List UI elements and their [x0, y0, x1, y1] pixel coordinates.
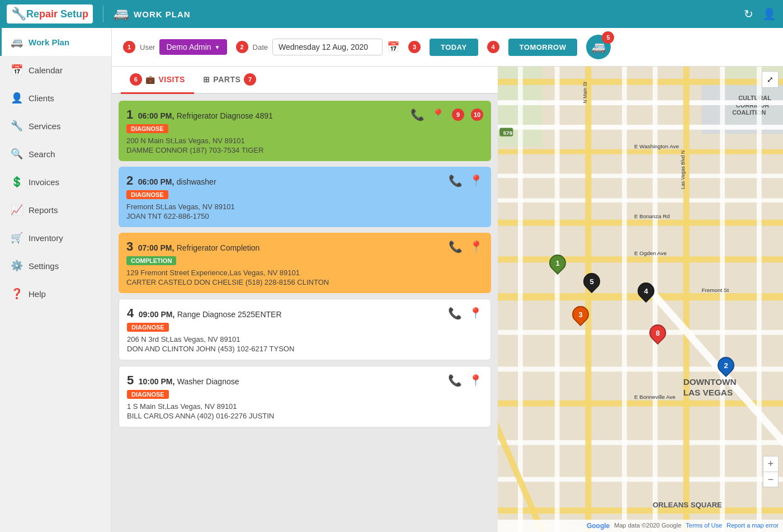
date-input[interactable] — [272, 39, 383, 55]
visit-5-phone-icon[interactable]: 📞 — [448, 374, 462, 387]
parts-tab-label: PARTS — [213, 75, 240, 84]
visit-3-location-icon[interactable]: 📍 — [469, 240, 483, 253]
parts-icon: ⊞ — [203, 75, 210, 84]
visit-1-address: 200 N Main St,Las Vegas, NV 89101 — [126, 136, 483, 145]
visit-2-number: 2 — [126, 173, 133, 187]
visit-2-location-icon[interactable]: 📍 — [469, 174, 483, 187]
map-expand-button[interactable]: ⤢ — [762, 71, 779, 88]
visit-2-title: 2 06:00 PM, dishwasher — [126, 173, 216, 188]
sidebar: 🚐 Work Plan 📅 Calendar 👤 Clients 🔧 Servi… — [0, 28, 112, 532]
visit-5-service: Washer Diagnose — [177, 377, 239, 386]
user-select-button[interactable]: Demo Admin ▼ — [159, 39, 227, 55]
truck-btn-group: 🚐 5 — [586, 35, 611, 59]
header-page-title: 🚐 WORK PLAN — [114, 7, 191, 21]
svg-rect-14 — [498, 220, 783, 226]
map-terms-link[interactable]: Terms of Use — [686, 522, 722, 530]
calendar-picker-icon[interactable]: 📅 — [387, 41, 399, 53]
svg-text:E Bonneville Ave: E Bonneville Ave — [634, 394, 676, 400]
visit-2-service: dishwasher — [177, 177, 216, 186]
sidebar-item-reports[interactable]: 📈 Reports — [0, 196, 111, 224]
badge-2: 2 — [236, 41, 248, 53]
zoom-in-button[interactable]: + — [763, 456, 779, 472]
refresh-icon[interactable]: ↻ — [744, 7, 753, 21]
google-logo: Google — [587, 522, 610, 530]
visit-card-4[interactable]: 4 09:00 PM, Range Diagnose 2525ENTER 📞 📍… — [119, 299, 491, 360]
inventory-icon: 🛒 — [11, 232, 23, 244]
sidebar-item-inventory[interactable]: 🛒 Inventory — [0, 224, 111, 252]
visit-3-time: 07:00 PM, — [138, 243, 174, 252]
search-icon: 🔍 — [11, 148, 23, 160]
visit-2-icons: 📞 📍 — [449, 174, 483, 187]
visit-5-address: 1 S Main St,Las Vegas, NV 89101 — [127, 402, 483, 411]
visit-card-3[interactable]: 3 07:00 PM, Refrigerator Completion 📞 📍 … — [119, 233, 491, 293]
badge-1: 1 — [123, 41, 135, 53]
visit-card-1[interactable]: 1 06:00 PM, Refrigerator Diagnose 4891 📞… — [119, 101, 491, 161]
sidebar-label-services: Services — [29, 121, 61, 131]
visit-4-location-icon[interactable]: 📍 — [469, 307, 483, 320]
visit-2-header: 2 06:00 PM, dishwasher 📞 📍 — [126, 173, 483, 188]
svg-rect-25 — [518, 67, 523, 532]
tab-parts[interactable]: ⊞ PARTS 7 — [194, 67, 265, 94]
sidebar-item-work-plan[interactable]: 🚐 Work Plan — [0, 28, 111, 56]
zoom-out-button[interactable]: − — [763, 472, 779, 487]
svg-rect-11 — [498, 149, 783, 154]
visit-2-diagnose-tag: DIAGNOSE — [126, 190, 168, 199]
sidebar-item-settings[interactable]: ⚙️ Settings — [0, 252, 111, 280]
clients-icon: 👤 — [11, 92, 23, 104]
map-report-link[interactable]: Report a map error — [727, 522, 779, 530]
badge-3: 3 — [408, 41, 421, 53]
visit-2-phone-icon[interactable]: 📞 — [449, 174, 463, 187]
visit-2-address: Fremont St,Las Vegas, NV 89101 — [126, 203, 483, 211]
visit-4-customer: DON AND CLINTON JOHN (453) 102-6217 TYSO… — [127, 345, 483, 353]
visits-icon: 💼 — [145, 75, 155, 84]
visit-1-phone-icon[interactable]: 📞 — [411, 108, 424, 121]
sidebar-item-clients[interactable]: 👤 Clients — [0, 84, 111, 112]
visit-5-customer: BILL CARLOS ANNA (402) 016-2276 JUSTIN — [127, 412, 483, 420]
tomorrow-button[interactable]: TOMORROW — [508, 39, 578, 56]
visit-card-5[interactable]: 5 10:00 PM, Washer Diagnose 📞 📍 DIAGNOSE — [119, 366, 491, 427]
header-left: 🔧 Repair Setup 🚐 WORK PLAN — [7, 4, 191, 23]
dropdown-arrow-icon: ▼ — [215, 44, 220, 50]
visit-1-customer: DAMME CONNOR (187) 703-7534 TIGER — [126, 146, 483, 154]
svg-rect-28 — [622, 67, 627, 532]
visit-1-diagnose-tag: DIAGNOSE — [126, 124, 168, 133]
svg-rect-9 — [498, 100, 783, 105]
sidebar-item-services[interactable]: 🔧 Services — [0, 112, 111, 140]
tab-visits[interactable]: 6 💼 VISITS — [121, 67, 194, 94]
sidebar-item-help[interactable]: ❓ Help — [0, 280, 111, 308]
main-layout: 🚐 Work Plan 📅 Calendar 👤 Clients 🔧 Servi… — [0, 28, 783, 532]
user-icon[interactable]: 👤 — [762, 7, 776, 21]
visit-1-service: Refrigerator Diagnose 4891 — [177, 111, 273, 120]
visit-5-time: 10:00 PM, — [139, 377, 175, 386]
visit-1-location-icon[interactable]: 📍 — [431, 108, 445, 121]
sidebar-label-calendar: Calendar — [29, 65, 63, 75]
sidebar-item-calendar[interactable]: 📅 Calendar — [0, 56, 111, 84]
services-icon: 🔧 — [11, 120, 23, 132]
svg-rect-30 — [683, 67, 690, 532]
sidebar-label-inventory: Inventory — [29, 233, 63, 243]
help-icon: ❓ — [11, 288, 23, 300]
sidebar-item-invoices[interactable]: 💲 Invoices — [0, 168, 111, 196]
visit-4-phone-icon[interactable]: 📞 — [448, 307, 462, 320]
work-plan-icon: 🚐 — [11, 36, 23, 48]
today-button[interactable]: TODAY — [430, 39, 478, 56]
sidebar-item-search[interactable]: 🔍 Search — [0, 140, 111, 168]
user-select-value: Demo Admin — [166, 43, 211, 51]
visit-3-phone-icon[interactable]: 📞 — [449, 240, 463, 253]
logo-text: Repair Setup — [26, 8, 88, 20]
visit-5-location-icon[interactable]: 📍 — [469, 374, 483, 387]
sidebar-label-invoices: Invoices — [29, 177, 59, 187]
visit-card-2[interactable]: 2 06:00 PM, dishwasher 📞 📍 DIAGNOSE — [119, 167, 491, 227]
settings-icon: ⚙️ — [11, 260, 23, 272]
bus-icon: 🚐 — [114, 7, 129, 21]
visit-2-tag-diagnose: DIAGNOSE — [126, 188, 483, 201]
svg-rect-26 — [555, 67, 560, 532]
header-title-text: WORK PLAN — [134, 10, 191, 19]
svg-text:LAS VEGAS: LAS VEGAS — [683, 388, 733, 397]
visit-5-number: 5 — [127, 373, 134, 387]
visit-3-tag-completion: COMPLETION — [126, 254, 483, 267]
svg-text:E Washington Ave: E Washington Ave — [634, 143, 679, 149]
svg-text:ORLEANS SQUARE: ORLEANS SQUARE — [653, 501, 722, 509]
svg-rect-32 — [757, 67, 762, 532]
logo: 🔧 Repair Setup — [7, 4, 93, 23]
